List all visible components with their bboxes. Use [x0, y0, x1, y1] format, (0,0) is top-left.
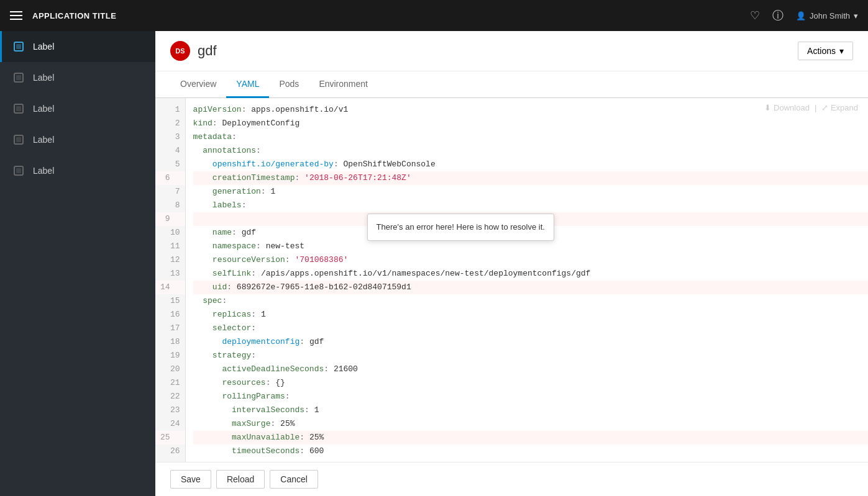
sidebar-item-3[interactable]: Label — [0, 124, 155, 155]
code-line-3: metadata: — [193, 130, 868, 144]
code-lines[interactable]: apiVersion: apps.openshift.io/v1 kind: D… — [186, 98, 868, 462]
cube-icon-4 — [12, 164, 25, 178]
tab-environment[interactable]: Environment — [309, 71, 378, 98]
ln-25: ✕ 25 — [155, 431, 185, 444]
help-icon[interactable]: ⓘ — [772, 8, 783, 23]
yaml-toolbar: ⬇ Download | ⤢ Expand — [764, 103, 858, 112]
code-line-6: creationTimestamp: '2018-06-26T17:21:48Z… — [193, 171, 868, 185]
ln-18: 18 — [155, 335, 185, 349]
code-line-8: labels: — [193, 199, 868, 212]
ln-9: ✕ 9 — [155, 212, 185, 226]
ln-22: 22 — [155, 390, 185, 404]
tab-overview[interactable]: Overview — [170, 71, 226, 98]
user-name: John Smith — [810, 11, 850, 20]
expand-icon: ⤢ — [821, 103, 828, 112]
code-line-21: resources: {} — [193, 376, 868, 390]
actions-label: Actions — [807, 46, 836, 56]
page-title: gdf — [198, 43, 217, 59]
ln-10: 10 — [155, 226, 185, 240]
code-line-26: timeoutSeconds: 600 — [193, 444, 868, 458]
notification-icon[interactable]: ♡ — [750, 9, 760, 22]
sidebar-item-0[interactable]: Label — [0, 31, 155, 62]
code-line-17: selector: — [193, 322, 868, 335]
ln-3: 3 — [155, 130, 185, 144]
code-line-12: resourceVersion: '701068386' — [193, 253, 868, 267]
ln-2: 2 — [155, 117, 185, 130]
ln-5: 5 — [155, 158, 185, 171]
reload-button[interactable]: Reload — [216, 470, 265, 489]
actions-chevron-icon: ▾ — [839, 46, 844, 56]
cube-icon-3 — [12, 133, 25, 147]
ln-20: 20 — [155, 363, 185, 376]
code-line-4: annotations: — [193, 144, 868, 158]
svg-rect-5 — [16, 106, 21, 111]
user-avatar-icon: 👤 — [796, 11, 806, 20]
sidebar-label-3: Label — [33, 135, 54, 145]
code-line-11: namespace: new-test — [193, 240, 868, 253]
sidebar-label-4: Label — [33, 166, 54, 176]
line-numbers: 1 2 3 4 5 ✕ 6 7 8 ✕ 9 — [155, 98, 186, 462]
ln-11: 11 — [155, 240, 185, 253]
svg-rect-1 — [16, 44, 21, 49]
user-menu-chevron: ▾ — [854, 11, 858, 20]
code-line-19: strategy: — [193, 349, 868, 363]
tab-pods[interactable]: Pods — [269, 71, 309, 98]
sidebar-item-4[interactable]: Label — [0, 155, 155, 186]
ln-23: 23 — [155, 404, 185, 417]
sidebar-label-2: Label — [33, 104, 54, 114]
ln-1: 1 — [155, 103, 185, 117]
tabs-bar: Overview YAML Pods Environment — [155, 71, 868, 98]
download-link[interactable]: ⬇ Download — [764, 103, 809, 112]
ln-12: 12 — [155, 253, 185, 267]
user-menu[interactable]: 👤 John Smith ▾ — [796, 11, 858, 20]
code-line-14: uid: 6892672e-7965-11e8-b162-02d8407159d… — [193, 281, 868, 294]
sidebar: Label Label Label — [0, 31, 155, 496]
ln-4: 4 — [155, 144, 185, 158]
code-line-25: maxUnavailable: 25% — [193, 431, 868, 444]
svg-rect-3 — [16, 75, 21, 80]
save-button[interactable]: Save — [170, 470, 211, 489]
ln-19: 19 — [155, 349, 185, 363]
code-line-22: rollingParams: — [193, 390, 868, 404]
toolbar-separator: | — [815, 103, 816, 112]
code-line-7: generation: 1 — [193, 185, 868, 199]
code-container: 1 2 3 4 5 ✕ 6 7 8 ✕ 9 — [155, 98, 868, 462]
sidebar-item-2[interactable]: Label — [0, 93, 155, 124]
sidebar-item-1[interactable]: Label — [0, 62, 155, 93]
ln-26: 26 — [155, 444, 185, 458]
ln-15: 15 — [155, 294, 185, 308]
cancel-button[interactable]: Cancel — [270, 470, 318, 489]
sidebar-label-0: Label — [33, 42, 54, 52]
code-line-5: openshift.io/generated-by: OpenShiftWebC… — [193, 158, 868, 171]
code-line-9: There's an error here! Here is how to re… — [193, 212, 868, 226]
expand-link[interactable]: ⤢ Expand — [821, 103, 858, 112]
ln-8: 8 — [155, 199, 185, 212]
page-header: DS gdf Actions ▾ — [155, 31, 868, 71]
code-line-24: maxSurge: 25% — [193, 417, 868, 431]
error-tooltip: There's an error here! Here is how to re… — [367, 214, 554, 241]
code-line-16: replicas: 1 — [193, 308, 868, 322]
resource-badge: DS — [170, 41, 190, 61]
code-line-13: selfLink: /apis/apps.openshift.io/v1/nam… — [193, 267, 868, 281]
cube-icon-2 — [12, 102, 25, 115]
cube-icon-1 — [12, 71, 25, 84]
ln-24: 24 — [155, 417, 185, 431]
ln-7: 7 — [155, 185, 185, 199]
hamburger-menu[interactable] — [10, 11, 22, 20]
code-line-23: intervalSeconds: 1 — [193, 404, 868, 417]
cube-icon-0 — [12, 40, 25, 53]
download-icon: ⬇ — [764, 103, 771, 112]
code-line-15: spec: — [193, 294, 868, 308]
svg-rect-9 — [16, 168, 21, 173]
actions-button[interactable]: Actions ▾ — [798, 42, 853, 60]
top-nav: APPLICATION TITLE ♡ ⓘ 👤 John Smith ▾ — [0, 0, 868, 31]
svg-rect-7 — [16, 137, 21, 142]
tab-yaml[interactable]: YAML — [226, 71, 269, 98]
app-title: APPLICATION TITLE — [32, 11, 116, 20]
code-line-20: activeDeadlineSeconds: 21600 — [193, 363, 868, 376]
ln-6: ✕ 6 — [155, 171, 185, 185]
main-content: DS gdf Actions ▾ Overview YAML Pods Envi… — [155, 31, 868, 496]
ln-17: 17 — [155, 322, 185, 335]
yaml-editor-area: ⬇ Download | ⤢ Expand 1 2 3 — [155, 98, 868, 462]
sidebar-label-1: Label — [33, 73, 54, 83]
